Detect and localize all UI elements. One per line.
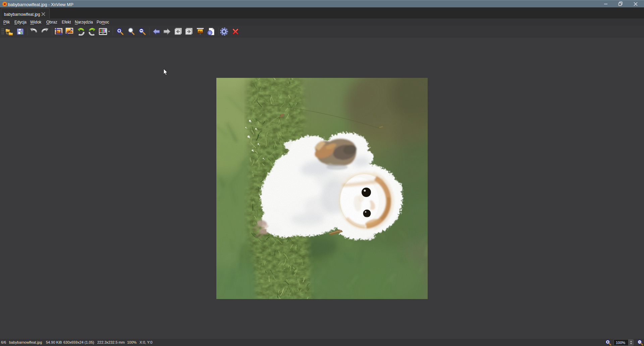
svg-text:?: ? bbox=[20, 31, 22, 36]
svg-text:i: i bbox=[209, 31, 210, 35]
